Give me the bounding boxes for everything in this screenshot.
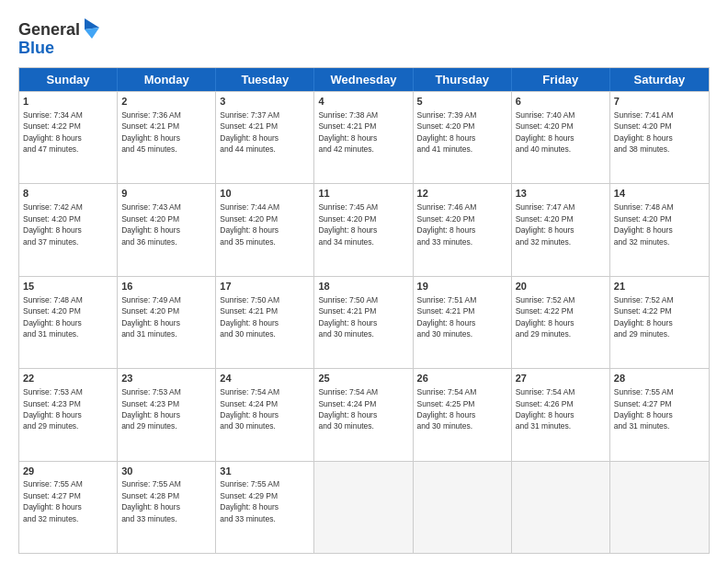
day-info: Sunrise: 7:46 AMSunset: 4:20 PMDaylight:… [417,202,477,246]
calendar-cell-22: 22Sunrise: 7:53 AMSunset: 4:23 PMDayligh… [19,369,118,460]
calendar-cell-21: 21Sunrise: 7:52 AMSunset: 4:22 PMDayligh… [610,277,709,368]
day-number: 24 [220,372,310,385]
header-cell-friday: Friday [512,68,610,91]
day-number: 15 [23,280,113,293]
calendar-cell-8: 8Sunrise: 7:42 AMSunset: 4:20 PMDaylight… [19,184,118,275]
calendar-cell-empty [512,462,610,553]
logo-svg: GeneralBlue [18,17,101,58]
day-info: Sunrise: 7:50 AMSunset: 4:21 PMDaylight:… [220,295,279,339]
calendar-cell-empty [314,462,413,553]
page: GeneralBlue SundayMondayTuesdayWednesday… [0,0,728,563]
day-info: Sunrise: 7:55 AMSunset: 4:28 PMDaylight:… [121,479,181,523]
svg-marker-1 [85,18,99,29]
calendar-cell-23: 23Sunrise: 7:53 AMSunset: 4:23 PMDayligh… [118,369,216,460]
header-cell-sunday: Sunday [19,68,118,91]
calendar-cell-28: 28Sunrise: 7:55 AMSunset: 4:27 PMDayligh… [610,369,709,460]
calendar-cell-9: 9Sunrise: 7:43 AMSunset: 4:20 PMDaylight… [118,184,216,275]
day-info: Sunrise: 7:53 AMSunset: 4:23 PMDaylight:… [23,387,83,431]
calendar-cell-13: 13Sunrise: 7:47 AMSunset: 4:20 PMDayligh… [512,184,610,275]
calendar-cell-15: 15Sunrise: 7:48 AMSunset: 4:20 PMDayligh… [19,277,118,368]
day-number: 27 [516,372,606,385]
calendar-cell-31: 31Sunrise: 7:55 AMSunset: 4:29 PMDayligh… [216,462,314,553]
calendar-cell-25: 25Sunrise: 7:54 AMSunset: 4:24 PMDayligh… [314,369,413,460]
day-info: Sunrise: 7:50 AMSunset: 4:21 PMDaylight:… [318,295,378,339]
calendar-cell-6: 6Sunrise: 7:40 AMSunset: 4:20 PMDaylight… [512,92,610,183]
day-info: Sunrise: 7:42 AMSunset: 4:20 PMDaylight:… [23,202,83,246]
day-info: Sunrise: 7:53 AMSunset: 4:23 PMDaylight:… [121,387,181,431]
day-number: 1 [23,95,113,109]
calendar-body: 1Sunrise: 7:34 AMSunset: 4:22 PMDaylight… [19,91,709,553]
calendar-cell-10: 10Sunrise: 7:44 AMSunset: 4:20 PMDayligh… [216,184,314,275]
day-info: Sunrise: 7:41 AMSunset: 4:20 PMDaylight:… [614,110,674,154]
day-number: 5 [417,95,507,109]
calendar-cell-26: 26Sunrise: 7:54 AMSunset: 4:25 PMDayligh… [414,369,512,460]
day-number: 9 [121,187,211,201]
header-cell-tuesday: Tuesday [216,68,314,91]
calendar-cell-empty [414,462,512,553]
day-info: Sunrise: 7:43 AMSunset: 4:20 PMDaylight:… [121,202,181,246]
calendar-row-3: 15Sunrise: 7:48 AMSunset: 4:20 PMDayligh… [19,276,709,368]
svg-marker-2 [85,28,99,39]
day-info: Sunrise: 7:51 AMSunset: 4:21 PMDaylight:… [417,295,477,339]
calendar-cell-5: 5Sunrise: 7:39 AMSunset: 4:20 PMDaylight… [414,92,512,183]
day-info: Sunrise: 7:37 AMSunset: 4:21 PMDaylight:… [220,110,279,154]
day-info: Sunrise: 7:34 AMSunset: 4:22 PMDaylight:… [23,110,83,154]
calendar-cell-2: 2Sunrise: 7:36 AMSunset: 4:21 PMDaylight… [118,92,216,183]
calendar-cell-29: 29Sunrise: 7:55 AMSunset: 4:27 PMDayligh… [19,462,118,553]
day-number: 6 [516,95,606,109]
day-info: Sunrise: 7:54 AMSunset: 4:25 PMDaylight:… [417,387,477,431]
day-info: Sunrise: 7:52 AMSunset: 4:22 PMDaylight:… [614,295,674,339]
header: GeneralBlue [18,17,710,58]
calendar-row-2: 8Sunrise: 7:42 AMSunset: 4:20 PMDaylight… [19,183,709,275]
day-number: 12 [417,187,507,201]
day-number: 30 [121,465,211,478]
header-cell-wednesday: Wednesday [314,68,413,91]
day-number: 19 [417,280,507,293]
header-cell-saturday: Saturday [610,68,709,91]
day-info: Sunrise: 7:44 AMSunset: 4:20 PMDaylight:… [220,202,279,246]
day-number: 11 [318,187,408,201]
day-info: Sunrise: 7:40 AMSunset: 4:20 PMDaylight:… [516,110,575,154]
day-number: 8 [23,187,113,201]
day-info: Sunrise: 7:54 AMSunset: 4:24 PMDaylight:… [318,387,378,431]
day-number: 17 [220,280,310,293]
calendar-header: SundayMondayTuesdayWednesdayThursdayFrid… [19,68,709,91]
day-number: 7 [614,95,705,109]
day-number: 29 [23,465,113,478]
calendar-cell-empty [610,462,709,553]
logo: GeneralBlue [18,17,101,58]
day-info: Sunrise: 7:55 AMSunset: 4:29 PMDaylight:… [220,479,279,523]
calendar-cell-30: 30Sunrise: 7:55 AMSunset: 4:28 PMDayligh… [118,462,216,553]
day-number: 14 [614,187,705,201]
calendar-cell-27: 27Sunrise: 7:54 AMSunset: 4:26 PMDayligh… [512,369,610,460]
day-number: 25 [318,372,408,385]
calendar-cell-20: 20Sunrise: 7:52 AMSunset: 4:22 PMDayligh… [512,277,610,368]
day-number: 3 [220,95,310,109]
svg-text:Blue: Blue [18,39,54,57]
calendar-cell-4: 4Sunrise: 7:38 AMSunset: 4:21 PMDaylight… [314,92,413,183]
header-cell-thursday: Thursday [414,68,512,91]
day-info: Sunrise: 7:48 AMSunset: 4:20 PMDaylight:… [614,202,674,246]
day-info: Sunrise: 7:54 AMSunset: 4:26 PMDaylight:… [516,387,575,431]
calendar-cell-19: 19Sunrise: 7:51 AMSunset: 4:21 PMDayligh… [414,277,512,368]
calendar: SundayMondayTuesdayWednesdayThursdayFrid… [18,67,710,554]
day-number: 20 [516,280,606,293]
day-number: 4 [318,95,408,109]
day-number: 2 [121,95,211,109]
calendar-cell-1: 1Sunrise: 7:34 AMSunset: 4:22 PMDaylight… [19,92,118,183]
calendar-cell-14: 14Sunrise: 7:48 AMSunset: 4:20 PMDayligh… [610,184,709,275]
day-info: Sunrise: 7:47 AMSunset: 4:20 PMDaylight:… [516,202,575,246]
day-info: Sunrise: 7:39 AMSunset: 4:20 PMDaylight:… [417,110,477,154]
day-number: 22 [23,372,113,385]
header-cell-monday: Monday [118,68,216,91]
svg-text:General: General [18,20,80,39]
calendar-cell-18: 18Sunrise: 7:50 AMSunset: 4:21 PMDayligh… [314,277,413,368]
day-info: Sunrise: 7:54 AMSunset: 4:24 PMDaylight:… [220,387,279,431]
calendar-cell-12: 12Sunrise: 7:46 AMSunset: 4:20 PMDayligh… [414,184,512,275]
day-number: 28 [614,372,705,385]
calendar-row-1: 1Sunrise: 7:34 AMSunset: 4:22 PMDaylight… [19,91,709,183]
calendar-cell-7: 7Sunrise: 7:41 AMSunset: 4:20 PMDaylight… [610,92,709,183]
calendar-row-4: 22Sunrise: 7:53 AMSunset: 4:23 PMDayligh… [19,368,709,460]
day-number: 21 [614,280,705,293]
day-number: 13 [516,187,606,201]
